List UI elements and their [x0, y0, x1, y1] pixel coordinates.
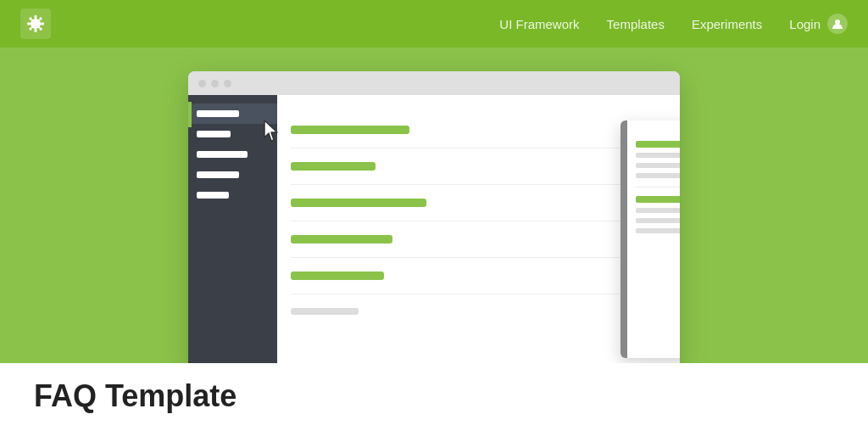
nav-ui-framework[interactable]: UI Framework [499, 17, 579, 31]
content-row-2 [291, 148, 666, 185]
nav-login[interactable]: Login [789, 14, 848, 34]
browser-bar [188, 71, 680, 95]
mobile-gray-2a [636, 208, 680, 213]
green-bar-1 [291, 126, 409, 134]
gray-bar-1 [291, 308, 359, 315]
mobile-green-1 [636, 141, 680, 148]
sidebar-bar-3 [197, 151, 248, 158]
sidebar-bar-1 [197, 110, 239, 117]
browser-content [188, 95, 680, 377]
browser-dot-1 [198, 80, 206, 87]
sidebar-bar-4 [197, 171, 239, 178]
content-row-6 [291, 294, 666, 328]
mobile-gray-1c [636, 173, 680, 178]
nav-templates[interactable]: Templates [607, 17, 665, 31]
page-title: FAQ Template [34, 378, 236, 414]
mobile-green-2 [636, 196, 680, 203]
nav-experiments[interactable]: Experiments [692, 17, 762, 31]
sidebar-bar-2 [197, 131, 231, 137]
sidebar-highlight [188, 102, 192, 127]
login-label: Login [789, 17, 821, 31]
logo[interactable] [20, 8, 51, 39]
mobile-gray-2c [636, 228, 680, 233]
browser-mockup [188, 71, 680, 377]
sidebar-item-1 [188, 104, 277, 124]
sidebar-item-4 [188, 165, 277, 185]
content-row-3 [291, 185, 666, 221]
mobile-content [627, 120, 680, 358]
green-bar-3 [291, 199, 426, 207]
content-row-5 [291, 258, 666, 294]
main-content-area [277, 95, 680, 377]
mobile-row-2 [636, 188, 680, 242]
green-bar-4 [291, 235, 392, 243]
green-bar-2 [291, 162, 376, 171]
bottom-section: FAQ Template [0, 363, 868, 431]
content-row-1 [291, 112, 666, 148]
sidebar-item-3 [188, 144, 277, 165]
content-row-4 [291, 221, 666, 258]
sidebar-item-5 [188, 185, 277, 205]
sidebar-bar-5 [197, 192, 229, 199]
sidebar-item-2 [188, 124, 277, 144]
green-bar-5 [291, 271, 384, 280]
mobile-gray-2b [636, 218, 680, 223]
navigation: UI Framework Templates Experiments Login [0, 0, 868, 48]
mobile-row-1 [636, 132, 680, 188]
mobile-gray-1b [636, 163, 680, 168]
browser-dot-3 [224, 80, 231, 87]
user-icon [827, 14, 848, 34]
sidebar-panel [188, 95, 277, 377]
mobile-card [620, 120, 680, 358]
nav-links: UI Framework Templates Experiments Login [499, 14, 848, 34]
mobile-scrollbar [620, 120, 627, 358]
browser-dot-2 [211, 80, 219, 87]
mobile-gray-1a [636, 153, 680, 158]
